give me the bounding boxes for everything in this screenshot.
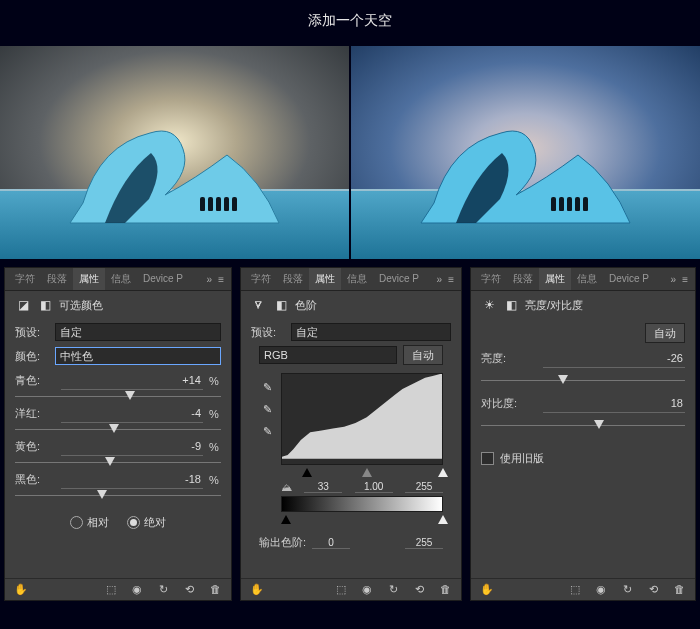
slider-value-1[interactable] <box>61 404 203 423</box>
tabs-overflow-icon[interactable]: » <box>668 274 680 285</box>
tab-info[interactable]: 信息 <box>571 268 603 290</box>
legacy-checkbox[interactable]: 使用旧版 <box>481 451 685 466</box>
page-title: 添加一个天空 <box>0 0 700 46</box>
input-black-value[interactable]: 33 <box>304 481 342 493</box>
input-black-handle[interactable] <box>302 468 312 477</box>
tab-char[interactable]: 字符 <box>9 268 41 290</box>
input-white-handle[interactable] <box>438 468 448 477</box>
output-black-handle[interactable] <box>281 515 291 524</box>
contrast-value[interactable] <box>543 394 685 413</box>
clip-icon[interactable]: ⬚ <box>567 583 583 596</box>
visibility-icon[interactable]: ◉ <box>359 583 375 596</box>
slider-value-2[interactable] <box>61 437 203 456</box>
eyedropper-gray-icon[interactable]: ✎ <box>259 401 275 417</box>
relative-radio[interactable]: 相对 <box>70 515 109 530</box>
output-white-value[interactable]: 255 <box>405 537 443 549</box>
panel-levels: 字符 段落 属性 信息 Device P » ≡ ⛛ ◧ 色阶 预设: 自定 R… <box>240 267 462 601</box>
brightness-slider[interactable] <box>558 375 568 384</box>
slider-label-2: 黄色: <box>15 439 49 454</box>
adjustment-target-icon[interactable]: ◧ <box>503 297 519 313</box>
slider-label-3: 黑色: <box>15 472 49 487</box>
tab-props[interactable]: 属性 <box>73 268 105 290</box>
tab-para[interactable]: 段落 <box>41 268 73 290</box>
slider-thumb-1[interactable] <box>109 424 119 433</box>
tab-devicep[interactable]: Device P <box>373 268 425 290</box>
trash-icon[interactable]: 🗑 <box>437 583 453 596</box>
tab-char[interactable]: 字符 <box>245 268 277 290</box>
auto-button[interactable]: 自动 <box>403 345 443 365</box>
adjustment-title: 可选颜色 <box>59 298 103 313</box>
scrubber-icon[interactable]: ✋ <box>13 583 29 596</box>
output-label: 输出色阶: <box>259 535 306 550</box>
color-select[interactable]: 中性色 <box>55 347 221 365</box>
tab-char[interactable]: 字符 <box>475 268 507 290</box>
trash-icon[interactable]: 🗑 <box>207 583 223 596</box>
slider-value-0[interactable] <box>61 371 203 390</box>
slider-thumb-3[interactable] <box>97 490 107 499</box>
panel-brightness-contrast: 字符 段落 属性 信息 Device P » ≡ ☀ ◧ 亮度/对比度 自动 亮… <box>470 267 696 601</box>
contrast-label: 对比度: <box>481 396 531 411</box>
slider-thumb-2[interactable] <box>105 457 115 466</box>
adjustment-title: 亮度/对比度 <box>525 298 583 313</box>
tab-info[interactable]: 信息 <box>105 268 137 290</box>
trash-icon[interactable]: 🗑 <box>671 583 687 596</box>
output-white-handle[interactable] <box>438 515 448 524</box>
slider-thumb-0[interactable] <box>125 391 135 400</box>
eyedropper-white-icon[interactable]: ✎ <box>259 423 275 439</box>
panel-menu-icon[interactable]: ≡ <box>445 274 457 285</box>
preview-row <box>0 46 700 259</box>
preset-select[interactable]: 自定 <box>291 323 451 341</box>
input-white-value[interactable]: 255 <box>405 481 443 493</box>
tabs-overflow-icon[interactable]: » <box>434 274 446 285</box>
panel-menu-icon[interactable]: ≡ <box>679 274 691 285</box>
tab-info[interactable]: 信息 <box>341 268 373 290</box>
preset-label: 预设: <box>15 325 49 340</box>
clip-icon[interactable]: ⬚ <box>333 583 349 596</box>
output-black-value[interactable]: 0 <box>312 537 350 549</box>
adjustment-target-icon[interactable]: ◧ <box>273 297 289 313</box>
brightness-icon: ☀ <box>481 297 497 313</box>
input-gamma-value[interactable]: 1.00 <box>355 481 393 493</box>
panel-menu-icon[interactable]: ≡ <box>215 274 227 285</box>
histogram <box>281 373 443 465</box>
selective-color-icon: ◪ <box>15 297 31 313</box>
levels-icon: ⛛ <box>251 297 267 313</box>
eyedropper-black-icon[interactable]: ✎ <box>259 379 275 395</box>
visibility-icon[interactable]: ◉ <box>129 583 145 596</box>
panel-selective-color: 字符 段落 属性 信息 Device P » ≡ ◪ ◧ 可选颜色 预设: 自定… <box>4 267 232 601</box>
contrast-slider[interactable] <box>594 420 604 429</box>
preset-label: 预设: <box>251 325 285 340</box>
preset-select[interactable]: 自定 <box>55 323 221 341</box>
tab-devicep[interactable]: Device P <box>603 268 655 290</box>
tabs-overflow-icon[interactable]: » <box>204 274 216 285</box>
slider-label-1: 洋红: <box>15 406 49 421</box>
output-gradient <box>281 496 443 512</box>
slider-label-0: 青色: <box>15 373 49 388</box>
brightness-label: 亮度: <box>481 351 531 366</box>
slider-value-3[interactable] <box>61 470 203 489</box>
scrubber-icon[interactable]: ✋ <box>479 583 495 596</box>
channel-select[interactable]: RGB <box>259 346 397 364</box>
reload-icon[interactable]: ↻ <box>619 583 635 596</box>
reset-icon[interactable]: ⟲ <box>411 583 427 596</box>
tab-devicep[interactable]: Device P <box>137 268 189 290</box>
color-label: 颜色: <box>15 349 49 364</box>
preview-after <box>351 46 700 259</box>
clip-icon[interactable]: ⬚ <box>103 583 119 596</box>
reset-icon[interactable]: ⟲ <box>645 583 661 596</box>
scrubber-icon[interactable]: ✋ <box>249 583 265 596</box>
adjustment-title: 色阶 <box>295 298 317 313</box>
tab-para[interactable]: 段落 <box>507 268 539 290</box>
reset-icon[interactable]: ⟲ <box>181 583 197 596</box>
brightness-value[interactable] <box>543 349 685 368</box>
reload-icon[interactable]: ↻ <box>155 583 171 596</box>
auto-button[interactable]: 自动 <box>645 323 685 343</box>
absolute-radio[interactable]: 绝对 <box>127 515 166 530</box>
adjustment-target-icon[interactable]: ◧ <box>37 297 53 313</box>
reload-icon[interactable]: ↻ <box>385 583 401 596</box>
tab-para[interactable]: 段落 <box>277 268 309 290</box>
visibility-icon[interactable]: ◉ <box>593 583 609 596</box>
tab-props[interactable]: 属性 <box>309 268 341 290</box>
tab-props[interactable]: 属性 <box>539 268 571 290</box>
input-gamma-handle[interactable] <box>362 468 372 477</box>
